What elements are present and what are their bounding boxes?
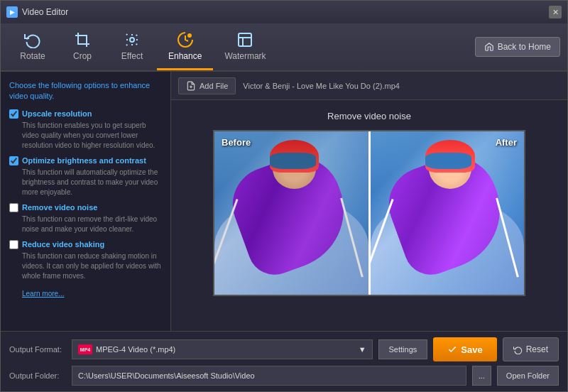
skier-goggles [270,153,316,169]
upscale-checkbox[interactable] [9,109,18,119]
option-upscale-row: Upscale resolution [9,109,162,119]
save-label: Save [461,344,482,355]
file-bar: Add File Victor & Benji - Love Me Like Y… [171,72,567,100]
brightness-checkbox[interactable] [9,156,18,165]
window-title: Video Editor [22,7,68,17]
tab-crop-label: Crop [73,51,92,61]
crop-icon [74,31,91,48]
video-editor-window: ▶ Video Editor ✕ Rotate Crop [0,0,568,392]
format-value: MPEG-4 Video (*.mp4) [96,345,175,354]
tab-enhance[interactable]: Enhance [157,23,213,70]
option-brightness: Optimize brightness and contrast This fu… [9,156,162,197]
folder-row: Output Folder: ... Open Folder [9,366,559,386]
format-select[interactable]: MP4 MPEG-4 Video (*.mp4) ▼ [72,339,373,359]
before-image [214,131,368,295]
tab-watermark[interactable]: Watermark [213,23,277,70]
preview-title: Remove video noise [327,111,411,121]
reset-icon [513,345,523,354]
option-shaking: Reduce video shaking This function can r… [9,240,162,281]
app-icon: ▶ [6,6,18,18]
reset-label: Reset [526,344,548,354]
save-check-icon [447,344,457,354]
after-image [371,131,525,295]
bottom-bar: Output Format: MP4 MPEG-4 Video (*.mp4) … [1,331,567,391]
noise-checkbox[interactable] [9,203,18,212]
sidebar-title: Choose the following options to enhance … [9,80,162,102]
svg-point-1 [187,33,192,38]
tab-crop[interactable]: Crop [58,23,107,70]
save-button[interactable]: Save [433,337,496,361]
tab-watermark-label: Watermark [224,51,266,61]
format-label: Output Format: [9,345,66,354]
noise-desc: This function can remove the dirt-like v… [22,214,162,234]
svg-rect-2 [239,33,251,46]
title-bar-left: ▶ Video Editor [6,6,68,18]
upscale-label[interactable]: Upscale resolution [22,109,92,118]
settings-button[interactable]: Settings [378,339,428,359]
option-brightness-row: Optimize brightness and contrast [9,156,162,165]
tab-rotate-label: Rotate [20,51,45,61]
title-bar: ▶ Video Editor ✕ [1,1,567,23]
learn-more-link[interactable]: Learn more... [22,290,64,298]
watermark-icon [236,31,253,48]
folder-label: Output Folder: [9,371,66,380]
before-after-container: Before [213,130,525,296]
close-button[interactable]: ✕ [549,6,562,18]
upscale-desc: This function enables you to get superb … [22,121,162,151]
add-file-label: Add File [200,82,228,90]
tab-effect[interactable]: Effect [107,23,157,70]
enhance-icon [177,31,194,48]
back-to-home-button[interactable]: Back to Home [475,37,560,57]
before-label: Before [222,137,251,148]
format-select-inner: MP4 MPEG-4 Video (*.mp4) [78,344,175,354]
open-folder-button[interactable]: Open Folder [497,366,559,386]
shaking-desc: This function can reduce shaking motion … [22,251,162,281]
skier-goggles-after [425,153,471,169]
content-area: Add File Victor & Benji - Love Me Like Y… [171,72,567,331]
main-area: Choose the following options to enhance … [1,72,567,331]
add-file-button[interactable]: Add File [178,77,236,94]
effect-icon [124,31,141,48]
before-panel: Before [214,131,368,295]
folder-input[interactable] [72,366,466,386]
option-noise: Remove video noise This function can rem… [9,203,162,234]
brightness-label[interactable]: Optimize brightness and contrast [22,156,146,165]
add-file-icon [186,81,196,91]
preview-area: Remove video noise Before [171,100,567,331]
toolbar: Rotate Crop Effect [1,23,567,72]
rotate-icon [24,31,41,48]
mp4-icon: MP4 [78,344,92,354]
tab-enhance-label: Enhance [168,51,202,61]
file-name: Victor & Benji - Love Me Like You Do (2)… [243,82,400,90]
shaking-label[interactable]: Reduce video shaking [22,240,104,249]
option-shaking-row: Reduce video shaking [9,240,162,249]
back-home-icon [484,42,494,52]
back-to-home-label: Back to Home [498,42,551,52]
tab-rotate[interactable]: Rotate [8,23,58,70]
tab-effect-label: Effect [121,51,143,61]
svg-point-0 [130,38,134,42]
brightness-desc: This function will automatically optimiz… [22,168,162,197]
option-noise-row: Remove video noise [9,203,162,212]
sidebar: Choose the following options to enhance … [1,72,171,331]
noise-label[interactable]: Remove video noise [22,203,97,212]
option-upscale: Upscale resolution This function enables… [9,109,162,151]
dots-button[interactable]: ... [472,366,491,386]
reset-button[interactable]: Reset [503,337,559,361]
dropdown-arrow: ▼ [359,345,366,354]
format-row: Output Format: MP4 MPEG-4 Video (*.mp4) … [9,337,559,361]
after-label: After [496,137,517,148]
after-panel: After [371,131,525,295]
shaking-checkbox[interactable] [9,240,18,249]
